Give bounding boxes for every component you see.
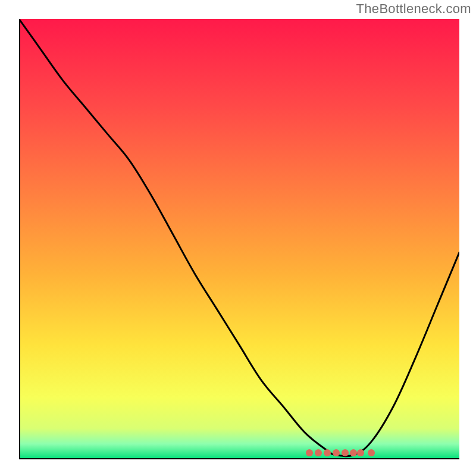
gradient-background <box>19 19 459 459</box>
watermark-text: TheBottleneck.com <box>356 1 471 17</box>
plot-area <box>19 19 459 459</box>
svg-rect-0 <box>19 19 459 459</box>
chart-root: TheBottleneck.com <box>0 0 476 476</box>
